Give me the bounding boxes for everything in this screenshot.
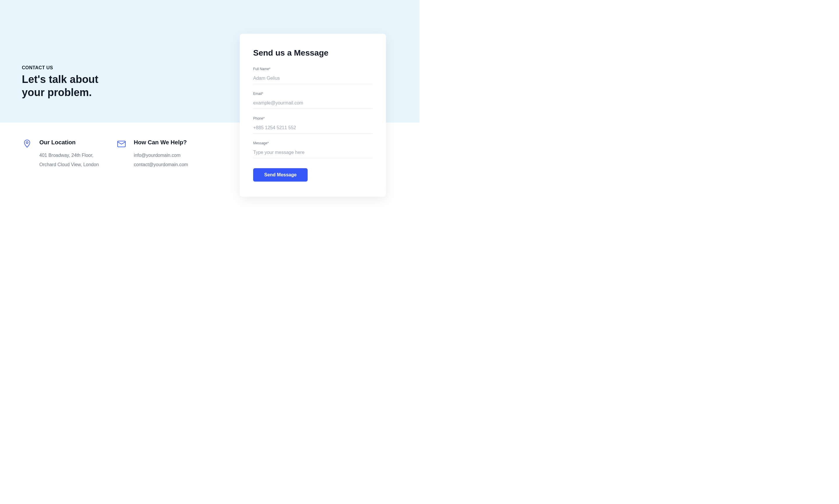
mail-icon: [116, 139, 127, 149]
location-line2: Orchard Cloud View, London: [39, 161, 99, 168]
fullname-input[interactable]: [253, 74, 373, 84]
contact-form-card: Send us a Message Full Name* Email* Phon…: [240, 34, 386, 197]
location-line1: 401 Broadway, 24th Floor,: [39, 151, 99, 159]
send-message-button[interactable]: Send Message: [253, 168, 308, 182]
message-label: Message*: [253, 141, 373, 145]
help-email2: contact@yourdomain.com: [134, 161, 188, 168]
location-content: Our Location 401 Broadway, 24th Floor, O…: [39, 139, 99, 170]
phone-input[interactable]: [253, 124, 373, 133]
help-emails: info@yourdomain.com contact@yourdomain.c…: [134, 151, 188, 168]
help-email1: info@yourdomain.com: [134, 151, 188, 159]
phone-field: Phone*: [253, 116, 373, 133]
help-content: How Can We Help? info@yourdomain.com con…: [134, 139, 188, 170]
location-pin-icon: [22, 139, 32, 149]
message-input[interactable]: [253, 149, 373, 158]
phone-label: Phone*: [253, 116, 373, 121]
email-input[interactable]: [253, 99, 373, 109]
location-address: 401 Broadway, 24th Floor, Orchard Cloud …: [39, 151, 99, 168]
fullname-label: Full Name*: [253, 67, 373, 71]
message-field: Message*: [253, 141, 373, 158]
email-label: Email*: [253, 92, 373, 96]
form-title: Send us a Message: [253, 48, 373, 58]
location-block: Our Location 401 Broadway, 24th Floor, O…: [22, 139, 99, 170]
help-block: How Can We Help? info@yourdomain.com con…: [116, 139, 188, 170]
help-title: How Can We Help?: [134, 139, 188, 146]
info-section: Our Location 401 Broadway, 24th Floor, O…: [22, 139, 188, 170]
fullname-field: Full Name*: [253, 67, 373, 84]
contact-eyebrow: CONTACT US: [22, 65, 106, 70]
email-field: Email*: [253, 92, 373, 109]
headline: Let's talk about your problem.: [22, 73, 106, 99]
location-title: Our Location: [39, 139, 99, 146]
header-block: CONTACT US Let's talk about your problem…: [22, 65, 106, 99]
